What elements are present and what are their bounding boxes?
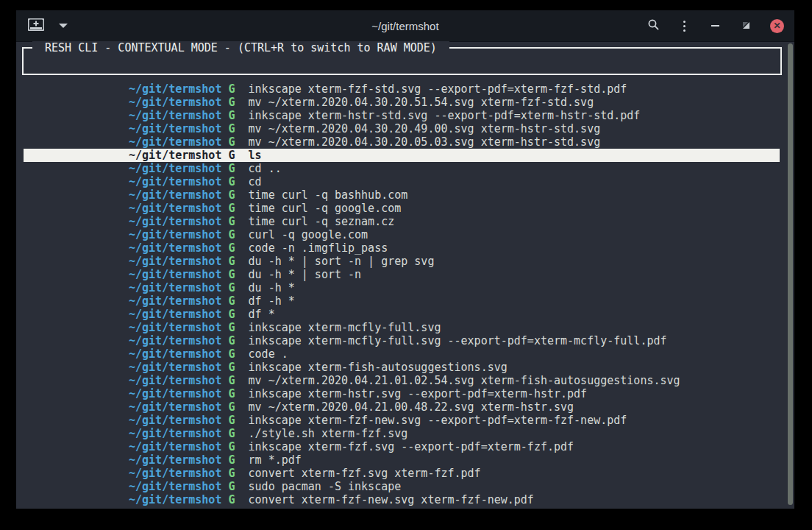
git-branch-marker: G: [228, 347, 235, 361]
git-branch-marker: G: [228, 228, 235, 241]
git-branch-marker: G: [228, 414, 235, 427]
command-text: inkscape xterm-hstr-std.svg --export-pdf…: [235, 109, 641, 122]
prompt-path: ~/git/termshot: [129, 361, 228, 374]
git-branch-marker: G: [228, 308, 235, 321]
history-row[interactable]: ~/git/termshot G inkscape xterm-fzf.svg …: [24, 440, 780, 453]
git-branch-marker: G: [228, 400, 235, 414]
command-text: time curl -q seznam.cz: [235, 215, 395, 228]
history-row[interactable]: ~/git/termshot G mv ~/xterm.2020.04.30.2…: [24, 122, 780, 135]
menu-button[interactable]: [677, 19, 691, 32]
window-title: ~/git/termshot: [188, 20, 622, 32]
git-branch-marker: G: [228, 162, 235, 175]
history-row[interactable]: ~/git/termshot G convert xterm-fzf-new.s…: [24, 493, 780, 506]
git-branch-marker: G: [228, 96, 235, 109]
command-text: cd: [235, 175, 262, 188]
git-branch-marker: G: [228, 188, 235, 202]
command-text: inkscape xterm-hstr.svg --export-pdf=xte…: [235, 387, 588, 400]
history-row[interactable]: ~/git/termshot G convert xterm-fzf.svg x…: [24, 467, 780, 480]
chevron-down-icon: [59, 24, 68, 28]
history-row[interactable]: ~/git/termshot G cd: [24, 175, 780, 188]
history-row[interactable]: ~/git/termshot G mv ~/xterm.2020.04.30.2…: [24, 96, 780, 109]
history-row[interactable]: ~/git/termshot G time curl -q seznam.cz: [24, 215, 780, 228]
command-text: code .: [235, 347, 288, 361]
git-branch-marker: G: [228, 215, 235, 228]
history-row[interactable]: ~/git/termshot G inkscape xterm-mcfly-fu…: [24, 334, 780, 347]
git-branch-marker: G: [228, 374, 235, 387]
command-text: convert xterm-fzf.svg xterm-fzf.pdf: [235, 467, 481, 480]
prompt-path: ~/git/termshot: [129, 321, 228, 334]
close-button[interactable]: ✕: [770, 19, 784, 33]
git-branch-marker: G: [228, 241, 235, 255]
history-row[interactable]: ~/git/termshot G cd ..: [24, 162, 780, 175]
command-text: rm *.pdf: [235, 453, 302, 467]
history-row[interactable]: ~/git/termshot G sudo pacman -S inkscape: [24, 480, 780, 493]
command-text: mv ~/xterm.2020.04.21.01.02.54.svg xterm…: [235, 374, 680, 387]
history-row[interactable]: ~/git/termshot G ls: [24, 149, 780, 162]
prompt-path: ~/git/termshot: [129, 400, 228, 414]
prompt-path: ~/git/termshot: [129, 308, 228, 321]
new-tab-dropdown[interactable]: [53, 17, 72, 35]
history-row[interactable]: ~/git/termshot G du -h * | sort -n | gre…: [24, 255, 780, 268]
git-branch-marker: G: [228, 82, 235, 96]
git-branch-marker: G: [228, 149, 235, 162]
command-text: inkscape xterm-fzf.svg --export-pdf=xter…: [235, 440, 574, 453]
history-row[interactable]: ~/git/termshot G du -h *: [24, 281, 780, 294]
new-tab-button[interactable]: [26, 17, 46, 35]
history-row[interactable]: ~/git/termshot G df -h *: [24, 294, 780, 308]
history-row[interactable]: ~/git/termshot G inkscape xterm-fzf-std.…: [24, 82, 780, 96]
prompt-path: ~/git/termshot: [129, 453, 228, 467]
history-row[interactable]: ~/git/termshot G inkscape xterm-mcfly-fu…: [24, 321, 780, 334]
history-row[interactable]: ~/git/termshot G inkscape xterm-fish-aut…: [24, 361, 780, 374]
history-row[interactable]: ~/git/termshot G mv ~/xterm.2020.04.21.0…: [24, 374, 780, 387]
prompt-path: ~/git/termshot: [129, 255, 228, 268]
titlebar: ~/git/termshot: [16, 10, 794, 42]
history-row[interactable]: ~/git/termshot G curl -q google.com: [24, 228, 780, 241]
prompt-path: ~/git/termshot: [129, 480, 228, 493]
prompt-path: ~/git/termshot: [129, 175, 228, 188]
kebab-menu-icon: [683, 21, 685, 32]
restore-button[interactable]: [739, 19, 752, 32]
history-row[interactable]: ~/git/termshot G du -h * | sort -n: [24, 268, 780, 281]
command-text: du -h *: [235, 281, 295, 294]
prompt-path: ~/git/termshot: [129, 294, 228, 308]
history-row[interactable]: ~/git/termshot G time curl -q bashhub.co…: [24, 188, 780, 202]
history-row[interactable]: ~/git/termshot G mv ~/xterm.2020.04.30.2…: [24, 135, 780, 149]
scrollbar-thumb[interactable]: [788, 43, 793, 505]
prompt-path: ~/git/termshot: [129, 215, 228, 228]
command-text: df -h *: [235, 294, 295, 308]
prompt-path: ~/git/termshot: [129, 268, 228, 281]
git-branch-marker: G: [228, 135, 235, 149]
command-text: cd ..: [235, 162, 282, 175]
history-row[interactable]: ~/git/termshot G ./style.sh xterm-fzf.sv…: [24, 427, 780, 440]
prompt-path: ~/git/termshot: [129, 241, 228, 255]
prompt-path: ~/git/termshot: [129, 96, 228, 109]
history-row[interactable]: ~/git/termshot G code .: [24, 347, 780, 361]
history-list: ~/git/termshot G inkscape xterm-fzf-std.…: [24, 82, 780, 506]
history-row[interactable]: ~/git/termshot G rm *.pdf: [24, 453, 780, 467]
git-branch-marker: G: [228, 427, 235, 440]
search-icon: [647, 18, 660, 34]
titlebar-left: [26, 17, 188, 35]
history-row[interactable]: ~/git/termshot G mv ~/xterm.2020.04.21.0…: [24, 400, 780, 414]
prompt-path: ~/git/termshot: [129, 334, 228, 347]
git-branch-marker: G: [228, 440, 235, 453]
git-branch-marker: G: [228, 268, 235, 281]
git-branch-marker: G: [228, 294, 235, 308]
command-text: mv ~/xterm.2020.04.30.20.49.00.svg xterm…: [235, 122, 601, 135]
minimize-button[interactable]: [708, 19, 722, 32]
command-text: convert xterm-fzf-new.svg xterm-fzf-new.…: [235, 493, 534, 506]
history-row[interactable]: ~/git/termshot G df *: [24, 308, 780, 321]
prompt-path: ~/git/termshot: [129, 414, 228, 427]
history-row[interactable]: ~/git/termshot G inkscape xterm-hstr-std…: [24, 109, 780, 122]
history-row[interactable]: ~/git/termshot G time curl -q google.com: [24, 202, 780, 215]
prompt-path: ~/git/termshot: [129, 149, 228, 162]
terminal-screen[interactable]: RESH CLI - CONTEXTUAL MODE - (CTRL+R to …: [16, 42, 794, 509]
prompt-path: ~/git/termshot: [129, 281, 228, 294]
history-row[interactable]: ~/git/termshot G inkscape xterm-hstr.svg…: [24, 387, 780, 400]
search-button[interactable]: [647, 19, 660, 32]
resh-search-box[interactable]: RESH CLI - CONTEXTUAL MODE - (CTRL+R to …: [22, 47, 782, 75]
history-row[interactable]: ~/git/termshot G inkscape xterm-fzf-new.…: [24, 414, 780, 427]
history-row[interactable]: ~/git/termshot G code -n .imgflip_pass: [24, 241, 780, 255]
prompt-path: ~/git/termshot: [129, 347, 228, 361]
search-query-input[interactable]: [28, 54, 776, 68]
